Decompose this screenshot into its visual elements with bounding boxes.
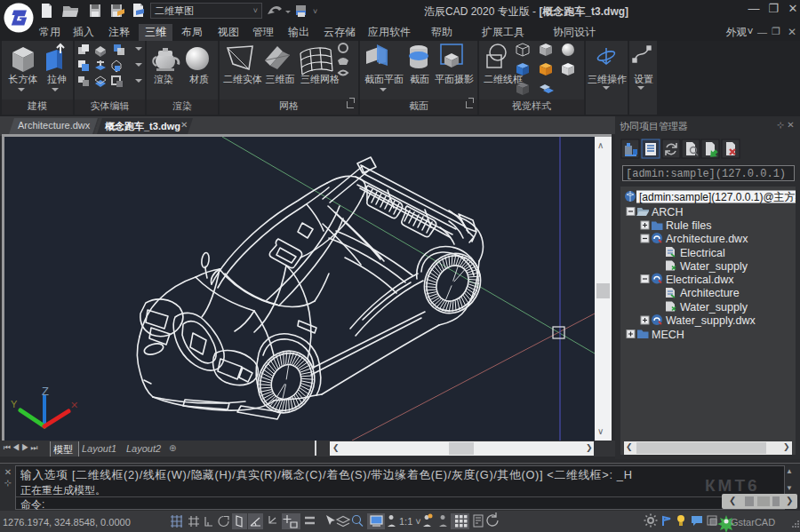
- svg-text:✕: ✕: [70, 400, 78, 410]
- svg-text:Architecture.dwx: Architecture.dwx: [666, 233, 748, 245]
- svg-text:Rule files: Rule files: [666, 219, 711, 232]
- svg-text:Architecture: Architecture: [680, 287, 740, 299]
- svg-text:Y: Y: [11, 399, 18, 409]
- svg-text:Water_supply: Water_supply: [680, 260, 748, 273]
- svg-text:[admin:sample](127.0.0.1)@主方案: [admin:sample](127.0.0.1)@主方案: [639, 191, 796, 203]
- svg-text:Water_supply.dwx: Water_supply.dwx: [666, 314, 756, 327]
- svg-text:ARCH: ARCH: [652, 206, 683, 218]
- svg-text:Z: Z: [42, 385, 49, 398]
- svg-text:Electrical: Electrical: [680, 247, 725, 259]
- svg-text:Water_supply: Water_supply: [680, 301, 748, 314]
- svg-text:1:1 ˅: 1:1 ˅: [399, 516, 421, 527]
- svg-text:Electrical.dwx: Electrical.dwx: [666, 274, 734, 286]
- svg-text:MECH: MECH: [652, 329, 684, 341]
